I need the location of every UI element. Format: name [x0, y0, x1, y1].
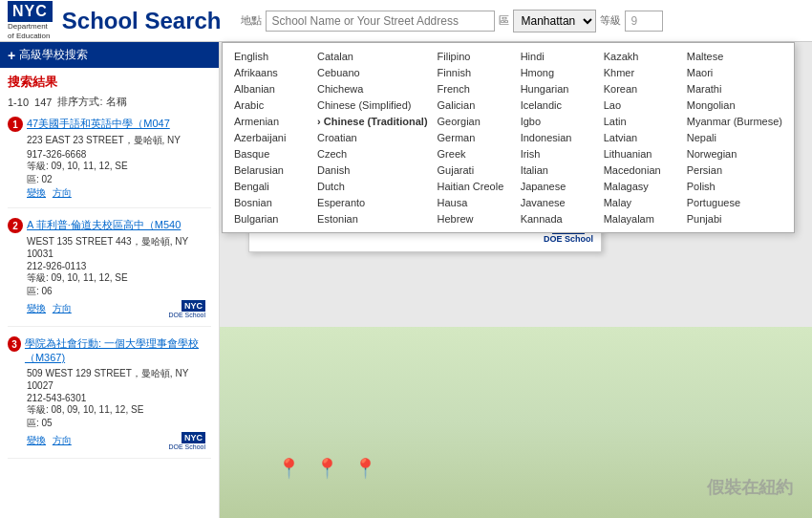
- dropdown-item[interactable]: English: [230, 49, 311, 64]
- dropdown-item[interactable]: Chinese (Simplified): [313, 97, 432, 113]
- dropdown-item[interactable]: Albanian: [230, 81, 311, 97]
- school-item-2: 2 A 菲利普·倫道夫校區高中（M540 WEST 135 STREET 443…: [8, 218, 211, 327]
- dropdown-item[interactable]: Dutch: [313, 179, 432, 194]
- dropdown-item[interactable]: Gujarati: [434, 162, 515, 178]
- school-link-direction-3[interactable]: 方向: [53, 435, 72, 445]
- dropdown-item[interactable]: Armenian: [230, 114, 311, 129]
- school-name-3[interactable]: 學院為社會行動: 一個大學理事會學校（M367): [25, 336, 211, 365]
- dropdown-item[interactable]: Portuguese: [683, 195, 786, 210]
- map-pin-1: 📍: [277, 457, 301, 480]
- dropdown-item[interactable]: Catalan: [313, 49, 432, 64]
- dropdown-item[interactable]: Khmer: [600, 65, 681, 80]
- dropdown-item[interactable]: Croatian: [313, 130, 432, 145]
- dropdown-item[interactable]: Filipino: [434, 49, 515, 64]
- advanced-search-button[interactable]: + 高級學校搜索: [0, 42, 219, 68]
- dropdown-item[interactable]: Hmong: [517, 65, 598, 80]
- dropdown-item[interactable]: Malay: [600, 195, 681, 210]
- dropdown-item[interactable]: Macedonian: [600, 162, 681, 178]
- dropdown-item[interactable]: Myanmar (Burmese): [683, 114, 786, 129]
- dropdown-item[interactable]: Finnish: [434, 65, 515, 80]
- school-item-1: 1 47美國手語和英語中學（M047 223 EAST 23 STREET，曼哈…: [8, 117, 211, 208]
- search-label: 地點: [241, 13, 262, 28]
- school-name-1[interactable]: 47美國手語和英語中學（M047: [27, 117, 170, 131]
- nyc-logo-text: NYC: [8, 1, 53, 22]
- school-link-change-3[interactable]: 變換: [27, 435, 46, 445]
- dropdown-item[interactable]: Irish: [517, 146, 598, 162]
- dropdown-item[interactable]: Kazakh: [600, 49, 681, 64]
- dropdown-item[interactable]: Korean: [600, 81, 681, 97]
- school-grades-3: 等級: 08, 09, 10, 11, 12, SE: [27, 403, 211, 417]
- doe-label-3: DOE School: [168, 443, 205, 450]
- dropdown-item[interactable]: Hindi: [517, 49, 598, 64]
- school-link-change-2[interactable]: 變換: [27, 303, 46, 313]
- dropdown-item[interactable]: Malagasy: [600, 179, 681, 194]
- school-link-direction-2[interactable]: 方向: [53, 303, 72, 313]
- dropdown-item[interactable]: Mongolian: [683, 97, 786, 113]
- dropdown-grid: EnglishCatalanFilipinoHindiKazakhMaltese…: [230, 49, 786, 227]
- dropdown-item[interactable]: Japanese: [517, 179, 598, 194]
- plus-icon: +: [8, 48, 15, 63]
- dropdown-item[interactable]: Hungarian: [517, 81, 598, 97]
- district-select[interactable]: Manhattan: [513, 10, 596, 32]
- dropdown-item[interactable]: Kannada: [517, 211, 598, 227]
- dropdown-item[interactable]: Hausa: [434, 195, 515, 210]
- school-links-2: 變換 方向: [27, 302, 75, 315]
- dropdown-item[interactable]: Hebrew: [434, 211, 515, 227]
- dropdown-item[interactable]: Bulgarian: [230, 211, 311, 227]
- dropdown-item[interactable]: Greek: [434, 146, 515, 162]
- dropdown-item[interactable]: Azerbaijani: [230, 130, 311, 145]
- dropdown-item[interactable]: › Chinese (Traditional): [313, 114, 432, 129]
- dropdown-item[interactable]: Estonian: [313, 211, 432, 227]
- dropdown-item[interactable]: Czech: [313, 146, 432, 162]
- grade-input[interactable]: [625, 11, 663, 32]
- dropdown-item[interactable]: Indonesian: [517, 130, 598, 145]
- dropdown-item[interactable]: Persian: [683, 162, 786, 178]
- school-name-2[interactable]: A 菲利普·倫道夫校區高中（M540: [27, 218, 181, 232]
- school-link-change-1[interactable]: 變換: [27, 187, 46, 198]
- dropdown-item[interactable]: Georgian: [434, 114, 515, 129]
- school-district-1: 區: 02: [27, 173, 211, 186]
- language-dropdown[interactable]: EnglishCatalanFilipinoHindiKazakhMaltese…: [222, 42, 795, 233]
- school-link-direction-1[interactable]: 方向: [53, 187, 72, 198]
- dropdown-item[interactable]: Igbo: [517, 114, 598, 129]
- dropdown-item[interactable]: Italian: [517, 162, 598, 178]
- dropdown-item[interactable]: Maltese: [683, 49, 786, 64]
- school-address-1: 223 EAST 23 STREET，曼哈頓, NY: [27, 134, 211, 147]
- dropdown-item[interactable]: Lithuanian: [600, 146, 681, 162]
- dropdown-item[interactable]: Marathi: [683, 81, 786, 97]
- dropdown-item[interactable]: Maori: [683, 65, 786, 80]
- advanced-search-label: 高級學校搜索: [19, 47, 88, 63]
- dropdown-item[interactable]: Haitian Creole: [434, 179, 515, 194]
- dropdown-item[interactable]: Icelandic: [517, 97, 598, 113]
- results-total: 147: [34, 97, 52, 108]
- search-input[interactable]: [266, 11, 495, 32]
- page-title: School Search: [62, 8, 222, 34]
- dropdown-item[interactable]: Esperanto: [313, 195, 432, 210]
- results-info: 1-10 147 排序方式: 名稱: [8, 95, 211, 109]
- dropdown-item[interactable]: Malayalam: [600, 211, 681, 227]
- dropdown-item[interactable]: French: [434, 81, 515, 97]
- dropdown-item[interactable]: Bengali: [230, 179, 311, 194]
- dropdown-item[interactable]: Javanese: [517, 195, 598, 210]
- doe-school-text: DOE School: [544, 234, 593, 244]
- dropdown-item[interactable]: Polish: [683, 179, 786, 194]
- dropdown-item[interactable]: Latin: [600, 114, 681, 129]
- dropdown-item[interactable]: Bosnian: [230, 195, 311, 210]
- dropdown-item[interactable]: Punjabi: [683, 211, 786, 227]
- dropdown-item[interactable]: Latvian: [600, 130, 681, 145]
- dropdown-item[interactable]: Lao: [600, 97, 681, 113]
- dropdown-item[interactable]: Nepali: [683, 130, 786, 145]
- dropdown-item[interactable]: Danish: [313, 162, 432, 178]
- doe-logo-2: NYC: [182, 300, 205, 312]
- dropdown-item[interactable]: Cebuano: [313, 65, 432, 80]
- sort-label: 排序方式: 名稱: [57, 95, 126, 109]
- dropdown-item[interactable]: Belarusian: [230, 162, 311, 178]
- dropdown-item[interactable]: Afrikaans: [230, 65, 311, 80]
- dropdown-item[interactable]: Arabic: [230, 97, 311, 113]
- school-links-1: 變換 方向: [27, 186, 211, 200]
- dropdown-item[interactable]: Norwegian: [683, 146, 786, 162]
- dropdown-item[interactable]: Chichewa: [313, 81, 432, 97]
- dropdown-item[interactable]: Basque: [230, 146, 311, 162]
- dropdown-item[interactable]: German: [434, 130, 515, 145]
- dropdown-item[interactable]: Galician: [434, 97, 515, 113]
